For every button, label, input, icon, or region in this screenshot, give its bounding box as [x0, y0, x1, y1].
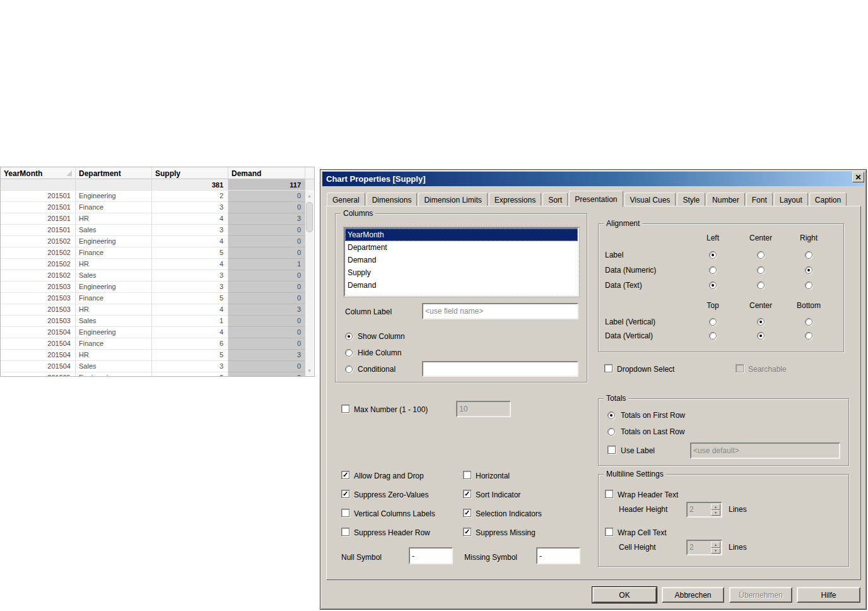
- table-cell[interactable]: 201502: [1, 247, 76, 259]
- table-cell[interactable]: 201503: [1, 282, 76, 293]
- listbox-item-supply[interactable]: Supply: [345, 266, 578, 279]
- tab-layout[interactable]: Layout: [774, 193, 808, 206]
- column-header-demand[interactable]: Demand: [228, 167, 305, 179]
- tab-expressions[interactable]: Expressions: [489, 193, 541, 206]
- table-cell[interactable]: 201501: [1, 191, 76, 202]
- close-button[interactable]: ✕: [852, 172, 864, 182]
- radio-data-numeric-center[interactable]: [757, 266, 765, 274]
- table-cell[interactable]: 6: [152, 338, 228, 350]
- table-cell[interactable]: 0: [228, 293, 305, 304]
- table-cell[interactable]: 201503: [1, 316, 76, 327]
- table-cell[interactable]: Sales: [76, 316, 152, 327]
- table-cell[interactable]: 1: [228, 259, 305, 270]
- missing-symbol-input[interactable]: [536, 547, 580, 564]
- radio-data-text-center[interactable]: [757, 282, 765, 289]
- table-cell[interactable]: Sales: [76, 270, 152, 282]
- tab-dimension-limits[interactable]: Dimension Limits: [418, 193, 487, 206]
- scroll-thumb[interactable]: [306, 202, 313, 232]
- table-cell[interactable]: 0: [228, 270, 305, 282]
- null-symbol-input[interactable]: [409, 547, 453, 564]
- radio-label-right[interactable]: [805, 251, 812, 259]
- tab-sort[interactable]: Sort: [542, 193, 568, 206]
- table-cell[interactable]: 201501: [1, 225, 76, 236]
- tab-font[interactable]: Font: [746, 193, 773, 206]
- table-cell[interactable]: 5: [152, 247, 228, 259]
- wrap-cell-checkbox[interactable]: [605, 528, 613, 536]
- table-cell[interactable]: Sales: [76, 361, 152, 372]
- radio-data-text-left[interactable]: [709, 282, 717, 289]
- table-scrollbar[interactable]: ▲ ▼: [305, 191, 314, 376]
- table-cell[interactable]: 201504: [1, 327, 76, 338]
- table-cell[interactable]: 3: [152, 202, 228, 213]
- button-ok[interactable]: OK: [592, 587, 657, 603]
- table-cell[interactable]: Finance: [76, 338, 152, 350]
- radio-label-vertical-top[interactable]: [709, 318, 717, 326]
- table-cell[interactable]: 0: [228, 372, 305, 377]
- radio-label-vertical-bottom[interactable]: [805, 318, 812, 326]
- table-cell[interactable]: 4: [152, 236, 228, 247]
- table-cell[interactable]: 201502: [1, 270, 76, 282]
- radio-data-vertical-top[interactable]: [709, 332, 717, 340]
- table-cell[interactable]: 3: [152, 361, 228, 372]
- conditional-input[interactable]: [422, 361, 578, 377]
- table-cell[interactable]: 201502: [1, 236, 76, 247]
- table-cell[interactable]: 201503: [1, 293, 76, 304]
- use-label-checkbox[interactable]: [607, 446, 616, 454]
- table-cell[interactable]: HR: [76, 304, 152, 316]
- radio-data-vertical-bottom[interactable]: [805, 332, 812, 340]
- check-allow-drag-and-drop[interactable]: ✓: [341, 471, 349, 479]
- radio-label-center[interactable]: [757, 251, 765, 259]
- column-header-supply[interactable]: Supply: [152, 167, 228, 179]
- table-cell[interactable]: 201504: [1, 361, 76, 372]
- radio-totals-on-last-row[interactable]: [607, 428, 615, 436]
- table-cell[interactable]: Finance: [76, 202, 152, 213]
- table-cell[interactable]: 201504: [1, 350, 76, 361]
- table-cell[interactable]: 0: [228, 191, 305, 202]
- radio-label-left[interactable]: [709, 251, 717, 259]
- radio-totals-on-first-row[interactable]: [607, 412, 615, 419]
- table-cell[interactable]: 201502: [1, 259, 76, 270]
- radio-conditional[interactable]: [345, 365, 353, 373]
- table-cell[interactable]: 1: [152, 316, 228, 327]
- table-cell[interactable]: 201505: [1, 372, 76, 377]
- table-cell[interactable]: 3: [228, 213, 305, 225]
- table-cell[interactable]: 201501: [1, 202, 76, 213]
- radio-data-text-right[interactable]: [805, 282, 812, 289]
- table-cell[interactable]: 5: [152, 293, 228, 304]
- listbox-item-demand[interactable]: Demand: [345, 254, 578, 266]
- tab-presentation[interactable]: Presentation: [569, 191, 623, 207]
- radio-data-vertical-center[interactable]: [757, 332, 765, 340]
- column-header-yearmonth[interactable]: YearMonth: [1, 167, 76, 179]
- radio-data-numeric-left[interactable]: [709, 266, 717, 274]
- scroll-up-icon[interactable]: ▲: [305, 192, 314, 200]
- tab-visual-cues[interactable]: Visual Cues: [625, 193, 676, 206]
- check-suppress-missing[interactable]: ✓: [463, 528, 471, 536]
- table-cell[interactable]: 0: [228, 247, 305, 259]
- table-cell[interactable]: 0: [228, 361, 305, 372]
- button-hilfe[interactable]: Hilfe: [797, 587, 860, 603]
- table-cell[interactable]: 0: [228, 225, 305, 236]
- table-cell[interactable]: Engineering: [76, 191, 152, 202]
- table-cell[interactable]: 201501: [1, 213, 76, 225]
- tab-dimensions[interactable]: Dimensions: [367, 193, 418, 206]
- table-cell[interactable]: HR: [76, 213, 152, 225]
- radio-label-vertical-center[interactable]: [757, 318, 765, 326]
- table-cell[interactable]: HR: [76, 259, 152, 270]
- check-suppress-zero-values[interactable]: ✓: [341, 490, 349, 498]
- table-cell[interactable]: 2: [152, 191, 228, 202]
- dropdown-select-checkbox[interactable]: [604, 364, 613, 372]
- wrap-header-checkbox[interactable]: [605, 490, 613, 498]
- tab-general[interactable]: General: [327, 193, 365, 206]
- check-vertical-columns-labels[interactable]: [341, 509, 349, 517]
- dialog-titlebar[interactable]: Chart Properties [Supply]: [322, 172, 864, 186]
- table-cell[interactable]: 201504: [1, 338, 76, 350]
- table-cell[interactable]: 4: [152, 304, 228, 316]
- table-cell[interactable]: 4: [152, 259, 228, 270]
- table-cell[interactable]: 0: [228, 202, 305, 213]
- listbox-item-department[interactable]: Department: [345, 241, 578, 254]
- column-header-department[interactable]: Department: [76, 167, 152, 179]
- table-cell[interactable]: 0: [228, 316, 305, 327]
- radio-data-numeric-right[interactable]: [805, 266, 812, 274]
- columns-listbox[interactable]: YearMonthDepartmentDemandSupplyDemand: [344, 227, 579, 297]
- table-cell[interactable]: 0: [228, 236, 305, 247]
